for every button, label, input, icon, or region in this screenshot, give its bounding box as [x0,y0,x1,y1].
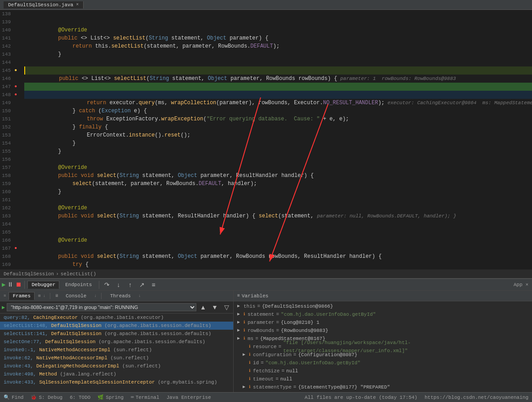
code-line-163 [24,212,532,220]
sub-tab-frames-label: Frames [13,293,31,299]
frame-item-2[interactable]: selectList:141, DefaultSqlSession (org.a… [0,330,233,338]
code-line-164 [24,220,532,228]
variables-list: ▶ this = {DefaultSqlSession@9866} ▶ ℹ st… [234,301,532,400]
var-id[interactable]: ℹ id = "com.hj.dao.UserInfoDao.getById" [234,359,532,367]
code-line-151: } finally { [24,115,532,123]
var-resource[interactable]: ℹ resource = "file [/Users/huangjing/wor… [234,343,532,351]
stop-button[interactable]: ⏹ [15,281,22,288]
code-line-157: public void select(String statement, Obj… [24,163,532,172]
code-line-148: return executor.query(ms, wrapCollection… [24,91,532,99]
code-line-155 [24,147,532,155]
debug-icon: 🐞 [31,394,37,400]
var-parameter[interactable]: ▶ ℹ parameter = {Long@8210} 1 [234,318,532,327]
step-into-button[interactable]: ↓ [114,280,124,290]
frame-item-6[interactable]: invoke:43, DelegatingMethodAccessorImpl … [0,362,233,370]
ln-167: 167● [0,244,22,252]
file-tab-label: DefaultSqlSession.java [8,2,73,8]
ln-150: 150 [0,107,22,115]
code-line-139: @Override [24,18,532,26]
thread-down-button[interactable]: ▼ [210,302,220,312]
sub-tab-sep2 [101,293,102,299]
code-line-140: public <> List<> selectList(String state… [24,26,532,34]
status-debug[interactable]: 🐞 S: Debug [31,394,62,400]
sub-tab-frames[interactable]: Frames [9,292,35,300]
file-tab[interactable]: DefaultSqlSession.java × [4,1,84,9]
frame-item-8[interactable]: invoke:433, SqlSessionTemplateSqlSession… [0,378,233,386]
status-spring[interactable]: 🌿 Spring [98,394,124,400]
status-message-text: All files are up-to-date (today 17:54) [305,395,417,400]
frame-item-0[interactable]: query:82, CachingExecutor (org.apache.ib… [0,314,233,322]
thread-selector-row: ▶ "http-nio-8080-exec-1"@7,719 in group … [0,301,233,314]
breadcrumb-sep: › [56,271,59,277]
editor-area: 138 139 140 141 142 143 144 145● 146 147… [0,10,532,269]
code-line-168: try { [24,252,532,261]
ln-146: 146 [0,75,22,83]
find-icon: 🔍 [4,394,10,400]
frame-item-4[interactable]: invoke0:-1, NativeMethodAccessorImpl (su… [0,346,233,354]
ln-158: 158 [0,172,22,180]
code-line-146: try { [24,75,532,83]
thread-dropdown[interactable]: "http-nio-8080-exec-1"@7,719 in group "m… [7,303,196,311]
tab-debugger[interactable]: Debugger [27,281,59,289]
status-find-label: Find [12,395,23,400]
frame-item-7[interactable]: invoke:498, Method (java.lang.reflect) [0,370,233,378]
code-line-143 [24,50,532,58]
ln-138: 138 [0,10,22,18]
code-line-162: public void select(String statement, Res… [24,204,532,212]
run-button[interactable]: ▶ [2,281,5,288]
debug-panel: ▶ ⏸ ⏹ Debugger Endpoints ↷ ↓ ↑ ↗ ≡ App ×… [0,278,532,400]
sub-tab-console[interactable]: Console [62,292,90,300]
sub-tab-threads[interactable]: Threads [106,292,135,300]
thread-up-button[interactable]: ▲ [198,302,208,312]
variables-icon: ≡ [237,293,240,298]
var-timeout[interactable]: ℹ timeout = null [234,375,532,383]
status-jee-label: Java Enterprise [166,395,211,400]
code-line-156: @Override [24,155,532,163]
status-todo[interactable]: 6: TODO [70,395,90,400]
status-terminal-label: Terminal [136,395,160,400]
var-statement[interactable]: ▶ ℹ statement = "com.hj.dao.UserInfoDao.… [234,310,532,318]
code-line-144: @Override [24,58,532,66]
var-rowbounds[interactable]: ▶ ℹ rowBounds = {RowBounds@9883} [234,327,532,335]
code-line-138 [24,10,532,18]
line-numbers: 138 139 140 141 142 143 144 145● 146 147… [0,10,22,269]
status-terminal[interactable]: ⌨ Terminal [131,394,159,400]
breadcrumb-bar: DefaultSqlSession › selectList() [0,269,532,278]
code-line-150: throw ExceptionFactory.wrapException("Er… [24,107,532,115]
ln-153: 153 [0,131,22,139]
thread-filter-button[interactable]: ▽ [222,302,231,312]
status-jee[interactable]: Java Enterprise [166,395,211,400]
var-this[interactable]: ▶ this = {DefaultSqlSession@9866} [234,302,532,310]
ln-166: 166 [0,236,22,244]
evaluate-button[interactable]: ≡ [149,280,159,290]
run-to-cursor-button[interactable]: ↗ [137,280,147,290]
variables-panel: ≡ Variables ▶ this = {DefaultSqlSession@… [234,291,532,400]
frame-item-3[interactable]: selectOne:77, DefaultSqlSession (org.apa… [0,338,233,346]
breadcrumb-method: selectList() [61,271,96,277]
var-fetchsize[interactable]: ℹ fetchSize = null [234,367,532,375]
code-line-160 [24,188,532,196]
ln-141: 141 [0,34,22,42]
code-line-147: MappedStatement ms = configuration.getMa… [24,83,532,91]
status-url: https://blog.csdn.net/caoyuanenaing [425,395,528,400]
ln-145: 145● [0,66,22,75]
status-find[interactable]: 🔍 Find [4,394,23,400]
frames-panel: ≡ Frames ⊞ ↓ 🖥 Console ↓ Threads ↓ [0,291,234,400]
code-line-153: } [24,131,532,139]
ln-168: 168 [0,252,22,261]
toolbar-separator-2 [99,281,99,289]
tab-endpoints[interactable]: Endpoints [61,281,96,289]
step-out-button[interactable]: ↑ [125,280,135,290]
close-tab-button[interactable]: × [76,2,79,7]
bottom-status-bar: 🔍 Find 🐞 S: Debug 6: TODO 🌿 Spring ⌨ Ter… [0,392,532,402]
frame-item-5[interactable]: invoke:62, NativeMethodAccessorImpl (sun… [0,354,233,362]
ln-159: 159 [0,180,22,188]
code-line-167: public void select(String statement, Obj… [24,244,532,252]
var-statementtype[interactable]: ▶ ℹ statementType = {StatementType@8177}… [234,383,532,391]
frame-item-1[interactable]: selectList:148, DefaultSqlSession (org.a… [0,322,233,330]
app-label[interactable]: App × [514,282,528,287]
pause-button[interactable]: ⏸ [7,281,13,288]
step-over-button[interactable]: ↷ [102,280,112,290]
ln-161: 161 [0,196,22,204]
ln-149: 149 [0,99,22,107]
